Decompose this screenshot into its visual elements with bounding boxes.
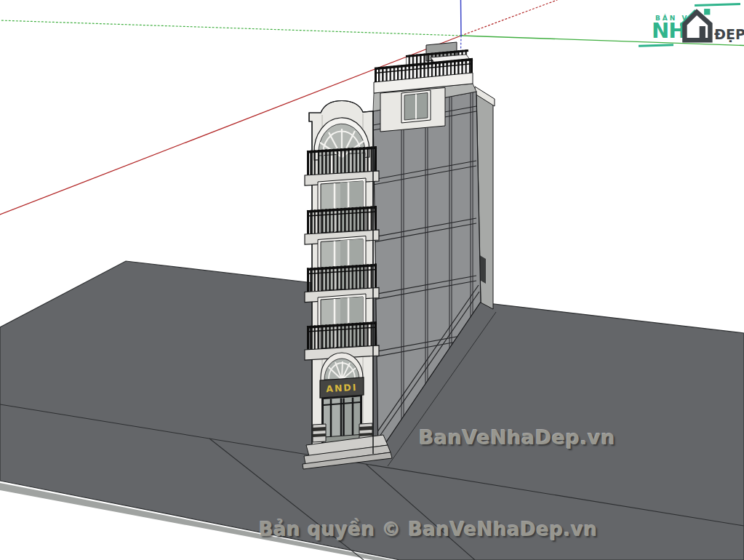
axis-blue-line	[461, 0, 462, 36]
logo-brand-suffix: ĐẸP	[714, 28, 744, 41]
model-viewport: ANDI	[0, 0, 744, 560]
screenshot-canvas: ANDI	[0, 0, 744, 560]
logo-accent-line	[639, 44, 673, 47]
site-logo: BẢN VẼ NH ĐẸP	[639, 1, 742, 51]
logo-accent-line	[695, 3, 740, 7]
storefront-sign-text: ANDI	[326, 382, 358, 394]
axis-red-dashed-line	[461, 0, 557, 36]
axis-blue-dashed-line	[461, 36, 462, 52]
house-icon	[680, 9, 713, 47]
axis-green-dashed-line	[0, 20, 461, 36]
